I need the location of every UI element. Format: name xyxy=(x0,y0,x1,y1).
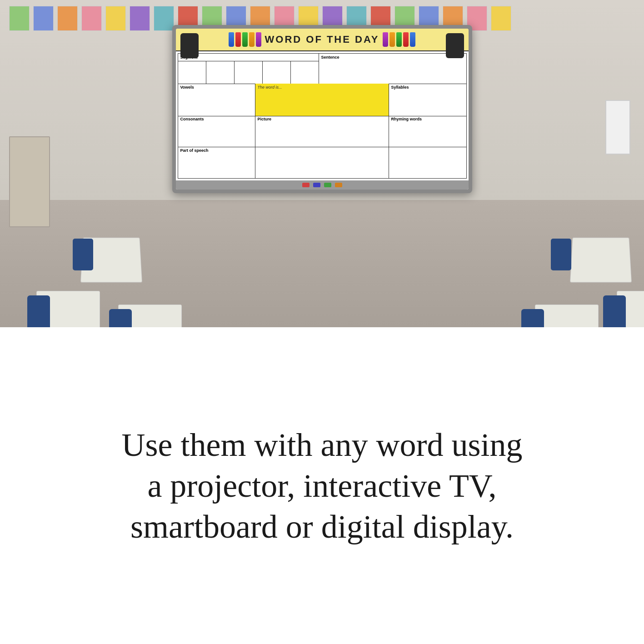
wotd-title: WORD OF THE DAY xyxy=(265,34,379,45)
rhyming-words-bottom-cell xyxy=(389,147,466,178)
art-piece xyxy=(491,6,511,31)
smartboard-screen: WORD OF THE DAY Segmen xyxy=(176,29,469,190)
crayons-left xyxy=(229,32,261,47)
crayon-icon xyxy=(396,32,402,47)
seg-box-5 xyxy=(291,61,319,84)
speaker-left xyxy=(180,33,199,58)
main-description: Use them with any word using a projector… xyxy=(122,424,523,547)
art-piece xyxy=(33,6,54,31)
description-line3: smartboard or digital display. xyxy=(130,509,514,545)
description-line1: Use them with any word using xyxy=(122,427,523,463)
crayon-icon xyxy=(249,32,255,47)
desk-surface xyxy=(535,305,599,327)
art-piece xyxy=(9,6,30,31)
crayon-icon xyxy=(389,32,395,47)
rhyming-words-label: Rhyming words xyxy=(391,117,464,121)
smartboard: WORD OF THE DAY Segmen xyxy=(172,25,472,193)
art-piece xyxy=(154,6,174,31)
sentence-label: Sentence xyxy=(321,55,464,60)
crayon-icon xyxy=(383,32,388,47)
tray-button-red xyxy=(302,183,310,187)
chair xyxy=(521,309,544,327)
description-line2: a projector, interactive TV, xyxy=(147,468,496,504)
crayon-icon xyxy=(235,32,241,47)
crayon-icon xyxy=(229,32,234,47)
rhyming-words-cell: Rhyming words xyxy=(389,115,466,147)
art-piece xyxy=(81,6,102,31)
chair xyxy=(551,239,571,270)
seg-box-4 xyxy=(263,61,291,84)
smartboard-tray xyxy=(176,180,469,190)
bottom-text-section: Use them with any word using a projector… xyxy=(0,327,644,644)
the-word-is-cell: The word is... xyxy=(255,84,389,116)
wotd-banner: WORD OF THE DAY xyxy=(176,29,469,51)
vowels-cell: Vowels xyxy=(178,84,255,116)
crayon-icon xyxy=(242,32,248,47)
classroom-photo: WORD OF THE DAY Segmen xyxy=(0,0,644,327)
part-of-speech-cell: Part of speech xyxy=(178,147,255,178)
tray-button-blue xyxy=(313,183,320,187)
speaker-right xyxy=(446,33,464,58)
picture-label: Picture xyxy=(258,117,386,121)
chair xyxy=(73,239,93,270)
segment-cell: Segment xyxy=(178,54,319,84)
crayon-icon xyxy=(256,32,261,47)
picture-bottom-cell xyxy=(255,147,389,178)
smartboard-frame: WORD OF THE DAY Segmen xyxy=(172,25,472,193)
segment-label: Segment xyxy=(178,54,319,61)
crayons-right xyxy=(383,32,415,47)
the-word-is-label: The word is... xyxy=(258,85,282,90)
wall-panel xyxy=(605,100,630,155)
crayon-icon xyxy=(403,32,409,47)
crayon-icon xyxy=(410,32,415,47)
sentence-cell: Sentence xyxy=(319,54,466,84)
chair xyxy=(109,309,132,327)
tray-button-green xyxy=(324,183,331,187)
syllables-cell: Syllables xyxy=(389,84,466,116)
art-piece xyxy=(130,6,150,31)
consonants-cell: Consonants xyxy=(178,115,255,147)
desk-surface xyxy=(570,238,632,283)
classroom-cabinet xyxy=(9,136,50,227)
consonants-label: Consonants xyxy=(180,117,253,121)
tray-button-orange xyxy=(335,183,342,187)
chair xyxy=(27,295,50,327)
syllables-label: Syllables xyxy=(391,85,464,90)
seg-box-1 xyxy=(178,61,206,84)
chair xyxy=(603,295,626,327)
seg-box-2 xyxy=(206,61,235,84)
art-piece xyxy=(105,6,126,31)
seg-box-3 xyxy=(235,61,263,84)
art-piece xyxy=(57,6,78,31)
picture-top-cell: Picture xyxy=(255,115,389,147)
vowels-label: Vowels xyxy=(180,85,253,90)
part-of-speech-label: Part of speech xyxy=(180,148,253,153)
